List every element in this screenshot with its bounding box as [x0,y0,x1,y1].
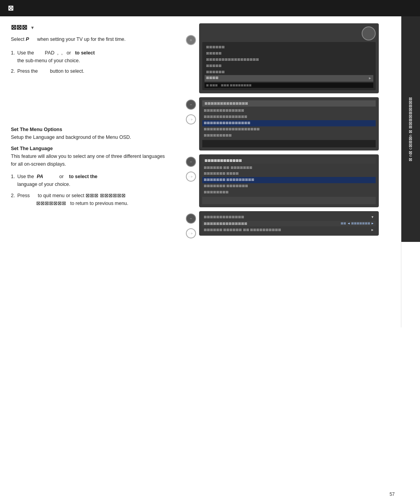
screen1-item1: ⊠⊠⊠⊠⊠⊠ [205,44,373,51]
screen2-tv: ⊠⊠⊠⊠⊠⊠⊠⊠⊠⊠⊠⊠⊠⊠ ⊠⊠⊠⊠⊠⊠⊠⊠⊠⊠⊠⊠⊠ ⊠⊠⊠⊠⊠⊠⊠⊠⊠⊠⊠… [199,97,379,150]
step2-row: 2. Press the button to select. [11,67,170,75]
header-title: ⊠ [8,4,14,12]
step2-num: 2. [11,67,15,75]
page-wrapper: ⊠ ⊠ n⊠ c⊠⊠⊠n ⊠ ⊠⊠⊠⊠⊠⊠⊠⊠⊠ ⊠⊠⊠ ▼ Select P … [0,0,420,504]
screen3-tv: ⊠⊠⊠⊠⊠⊠⊠⊠⊠⊠⊠⊠ ⊠⊠⊠⊠⊠⊠ ⊠⊠ ⊠⊠⊠⊠⊠⊠⊠ ⊠⊠⊠⊠⊠⊠⊠ ⊠… [199,154,379,207]
subsection2-text: This feature will allow you to select an… [11,152,170,168]
screen1-circles: ○ [186,23,196,45]
subsection1-label: Set The Menu Options [11,127,170,132]
subsection1-text: Setup the Language and background of the… [11,133,170,141]
screen1-item5: ⊠⊠⊠⊠⊠⊠ [205,69,373,75]
screen1-item3: ⊠⊠⊠⊠⊠⊠⊠⊠⊠⊠⊠⊠⊠⊠⊠⊠⊠ [205,57,373,63]
section2-step1-row: 1. Use the PA or to select thelanguage o… [11,173,170,189]
screen3-item2: ⊠⊠⊠⊠⊠⊠⊠ ⊠⊠⊠⊠ [202,171,376,177]
screen2-item5: ⊠⊠⊠⊠⊠⊠⊠⊠⊠ [202,133,376,139]
right-sidebar: ⊠ n⊠ c⊠⊠⊠n ⊠ ⊠⊠⊠⊠⊠⊠⊠⊠⊠ [401,16,420,242]
screen2-item3: ⊠⊠⊠⊠⊠⊠⊠⊠⊠⊠⊠⊠⊠⊠⊠ [202,120,376,126]
screen1-top-icon [362,26,376,40]
screen1-item2: ⊠⊠⊠⊠⊠ [205,51,373,57]
main-layout: ⊠⊠⊠ ▼ Select P when setting your TV up f… [0,16,401,245]
subsection2-label: Set The Language [11,146,170,151]
screen3-wrapper: − ○► ⊠⊠⊠⊠⊠⊠⊠⊠⊠⊠⊠⊠ ⊠⊠⊠⊠⊠⊠ ⊠⊠ ⊠⊠⊠⊠⊠⊠⊠ ⊠⊠⊠⊠… [186,154,379,207]
right-column: ○ ⊠⊠⊠⊠⊠⊠ ⊠⊠⊠⊠⊠ ⊠⊠⊠⊠⊠⊠⊠⊠⊠⊠⊠⊠⊠⊠⊠⊠⊠ ⊠⊠⊠⊠⊠ ⊠… [186,23,379,238]
screen1-item6: ⊠⊠⊠⊠ ► [205,75,373,82]
screen3-item1: ⊠⊠⊠⊠⊠⊠ ⊠⊠ ⊠⊠⊠⊠⊠⊠⊠ [202,165,376,171]
step1-text: Use the PAD , , or to selectthe sub-menu… [17,49,94,65]
circle2-top: − [186,100,196,110]
vertical-divider [401,16,401,327]
screen1-bottom-bar: ⊠ ⊠⊠⊠ ⊠⊠⊠ ⊠⊠⊠⊠⊠⊠⊠⊠ [205,83,373,88]
step1-num: 1. [11,49,15,65]
section1-intro: Select P when setting your TV up for the… [11,35,170,44]
screen2-item4: ⊠⊠⊠⊠⊠⊠⊠⊠⊠⊠⊠⊠⊠⊠⊠⊠⊠⊠ [202,126,376,133]
screen1-item4: ⊠⊠⊠⊠⊠ [205,63,373,69]
circle2-bottom: ○► [186,114,196,124]
step1-row: 1. Use the PAD , , or to selectthe sub-m… [11,49,170,65]
screen4-row1: ⊠⊠⊠⊠⊠⊠⊠⊠⊠⊠⊠⊠⊠ ▼ [202,214,376,220]
step2: 2. Press the button to select. [11,67,170,75]
section2-step1-text: Use the PA or to select thelanguage of y… [17,173,97,189]
screen4-tv: ⊠⊠⊠⊠⊠⊠⊠⊠⊠⊠⊠⊠⊠ ▼ ⊠⊠⊠⊠⊠⊠⊠⊠⊠⊠⊠⊠⊠⊠ ⊠⊠ ◄ ⊠⊠⊠⊠… [199,211,379,236]
screen2-circles: − ○► [186,97,196,124]
section2-step1: 1. Use the PA or to select thelanguage o… [11,173,170,189]
screen3-item5: ⊠⊠⊠⊠⊠⊠⊠⊠ [202,189,376,196]
circle1-top: ○ [186,35,196,45]
circle3-top: − [186,157,196,167]
section2-step2-num: 2. [11,192,15,208]
screen1-icon-row [202,26,376,40]
sidebar-text: ⊠ n⊠ c⊠⊠⊠n ⊠ ⊠⊠⊠⊠⊠⊠⊠⊠⊠ [408,97,413,161]
screen1-tv: ⊠⊠⊠⊠⊠⊠ ⊠⊠⊠⊠⊠ ⊠⊠⊠⊠⊠⊠⊠⊠⊠⊠⊠⊠⊠⊠⊠⊠⊠ ⊠⊠⊠⊠⊠ ⊠⊠⊠… [199,23,379,93]
step1: 1. Use the PAD , , or to selectthe sub-m… [11,49,170,65]
screen1-wrapper: ○ ⊠⊠⊠⊠⊠⊠ ⊠⊠⊠⊠⊠ ⊠⊠⊠⊠⊠⊠⊠⊠⊠⊠⊠⊠⊠⊠⊠⊠⊠ ⊠⊠⊠⊠⊠ ⊠… [186,23,379,93]
top-header: ⊠ [0,0,420,16]
screen4-row2: ⊠⊠⊠⊠⊠⊠⊠⊠⊠⊠⊠⊠⊠⊠ ⊠⊠ ◄ ⊠⊠⊠⊠⊠⊠⊠ ► [202,221,376,226]
section-spacer [11,84,170,127]
screen3-header: ⊠⊠⊠⊠⊠⊠⊠⊠⊠⊠⊠⊠ [202,158,376,164]
screen3-item3: ⊠⊠⊠⊠⊠⊠⊠ ⊠⊠⊠⊠⊠⊠⊠⊠⊠ [202,177,376,183]
section2-step2: 2. Press to quit menu or select ⊠⊠⊠ ⊠⊠⊠⊠… [11,192,170,208]
screen4-circles: − ○► [186,211,196,238]
circle3-bottom: ○► [186,172,196,182]
screen2-bottom [202,140,376,147]
page-number: 57 [390,492,395,497]
section2-step2-row: 2. Press to quit menu or select ⊠⊠⊠ ⊠⊠⊠⊠… [11,192,170,208]
section1-title-row: ⊠⊠⊠ ▼ [11,23,170,32]
step2-text: Press the button to select. [17,67,84,75]
screen2-header: ⊠⊠⊠⊠⊠⊠⊠⊠⊠⊠⊠⊠⊠⊠ [202,100,376,107]
section2-step2-text: Press to quit menu or select ⊠⊠⊠ ⊠⊠⊠⊠⊠⊠ … [17,192,128,208]
screen2-item1: ⊠⊠⊠⊠⊠⊠⊠⊠⊠⊠⊠⊠⊠ [202,108,376,114]
screen1-menu: ⊠⊠⊠⊠⊠⊠ ⊠⊠⊠⊠⊠ ⊠⊠⊠⊠⊠⊠⊠⊠⊠⊠⊠⊠⊠⊠⊠⊠⊠ ⊠⊠⊠⊠⊠ ⊠⊠⊠… [202,42,376,90]
screen2-wrapper: − ○► ⊠⊠⊠⊠⊠⊠⊠⊠⊠⊠⊠⊠⊠⊠ ⊠⊠⊠⊠⊠⊠⊠⊠⊠⊠⊠⊠⊠ ⊠⊠⊠⊠⊠⊠… [186,97,379,150]
screen3-circles: − ○► [186,154,196,182]
section2-step1-num: 1. [11,173,15,189]
circle4-top: − [186,214,196,224]
screen4-row3: ⊠⊠⊠⊠⊠⊠ ⊠⊠⊠⊠⊠⊠ ⊠⊠ ⊠⊠⊠⊠⊠⊠⊠⊠⊠⊠ ► [202,227,376,233]
section1-arrow: ▼ [30,25,35,30]
left-column: ⊠⊠⊠ ▼ Select P when setting your TV up f… [11,23,178,238]
screen3-item4: ⊠⊠⊠⊠⊠⊠⊠ ⊠⊠⊠⊠⊠⊠⊠ [202,183,376,189]
screen4-wrapper: − ○► ⊠⊠⊠⊠⊠⊠⊠⊠⊠⊠⊠⊠⊠ ▼ ⊠⊠⊠⊠⊠⊠⊠⊠⊠⊠⊠⊠⊠⊠ ⊠⊠ ◄… [186,211,379,238]
screen3-bottom [202,197,376,204]
circle4-bottom: ○► [186,228,196,238]
section1-title: ⊠⊠⊠ [11,23,27,32]
screen2-item2: ⊠⊠⊠⊠⊠⊠⊠⊠⊠⊠⊠⊠⊠⊠ [202,114,376,120]
